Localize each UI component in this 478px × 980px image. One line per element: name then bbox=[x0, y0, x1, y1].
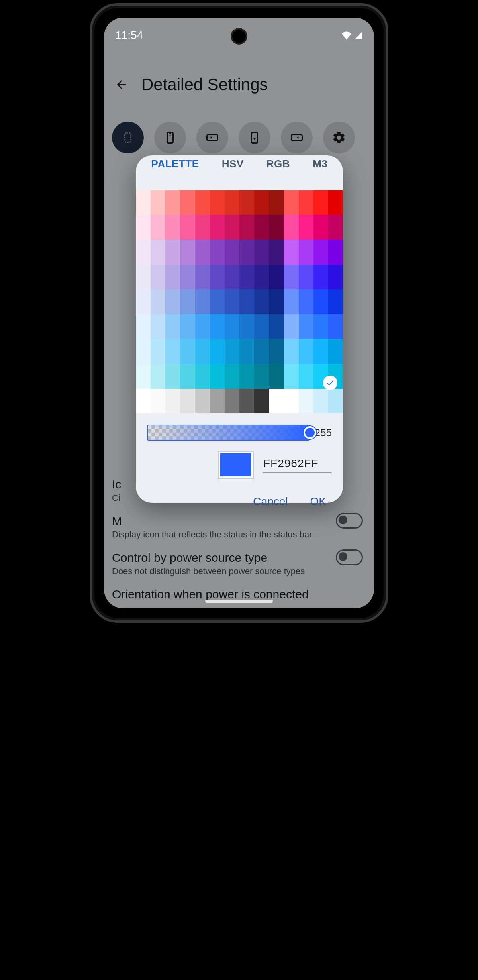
palette-cell[interactable] bbox=[225, 215, 239, 240]
palette-cell[interactable] bbox=[151, 364, 165, 389]
palette-cell[interactable] bbox=[299, 215, 313, 240]
palette-cell[interactable] bbox=[165, 389, 180, 413]
palette-cell[interactable] bbox=[313, 389, 328, 413]
tab-m3[interactable]: M3 bbox=[313, 158, 327, 170]
palette-cell[interactable] bbox=[225, 364, 239, 389]
palette-cell[interactable] bbox=[165, 314, 180, 339]
palette-cell[interactable] bbox=[254, 339, 269, 364]
palette-cell[interactable] bbox=[195, 389, 210, 413]
tab-palette[interactable]: PALETTE bbox=[151, 158, 199, 170]
palette-cell[interactable] bbox=[284, 339, 298, 364]
palette-cell[interactable] bbox=[284, 314, 298, 339]
alpha-slider-thumb[interactable] bbox=[304, 426, 316, 439]
palette-cell[interactable] bbox=[225, 265, 239, 289]
palette-cell[interactable] bbox=[239, 314, 254, 339]
palette-cell[interactable] bbox=[254, 215, 269, 240]
palette-cell[interactable] bbox=[328, 389, 343, 413]
palette-cell[interactable] bbox=[225, 190, 239, 215]
palette-cell[interactable] bbox=[210, 389, 225, 413]
palette-cell[interactable] bbox=[269, 215, 284, 240]
palette-cell[interactable] bbox=[225, 339, 239, 364]
palette-cell[interactable] bbox=[151, 289, 165, 314]
palette-cell[interactable] bbox=[151, 240, 165, 264]
palette-cell[interactable] bbox=[136, 364, 151, 389]
palette-cell[interactable] bbox=[151, 339, 165, 364]
palette-cell[interactable] bbox=[299, 364, 313, 389]
palette-cell[interactable] bbox=[195, 215, 210, 240]
palette-cell[interactable] bbox=[328, 190, 343, 215]
palette-cell[interactable] bbox=[151, 314, 165, 339]
palette-cell[interactable] bbox=[313, 215, 328, 240]
palette-cell[interactable] bbox=[136, 289, 151, 314]
palette-cell[interactable] bbox=[136, 190, 151, 215]
palette-cell[interactable] bbox=[284, 265, 298, 289]
cancel-button[interactable]: Cancel bbox=[251, 495, 290, 508]
palette-cell[interactable] bbox=[165, 190, 180, 215]
palette-cell[interactable] bbox=[136, 314, 151, 339]
palette-cell[interactable] bbox=[136, 339, 151, 364]
palette-cell[interactable] bbox=[328, 314, 343, 339]
gesture-nav-pill[interactable] bbox=[205, 600, 273, 603]
palette-cell[interactable] bbox=[299, 240, 313, 264]
palette-cell[interactable] bbox=[299, 389, 313, 413]
palette-cell[interactable] bbox=[180, 389, 195, 413]
palette-cell[interactable] bbox=[180, 364, 195, 389]
tab-hsv[interactable]: HSV bbox=[222, 158, 244, 170]
palette-cell[interactable] bbox=[225, 289, 239, 314]
palette-cell[interactable] bbox=[195, 240, 210, 264]
palette-cell[interactable] bbox=[195, 314, 210, 339]
palette-cell[interactable] bbox=[210, 289, 225, 314]
palette-cell[interactable] bbox=[254, 190, 269, 215]
palette-cell[interactable] bbox=[284, 389, 298, 413]
palette-cell[interactable] bbox=[313, 265, 328, 289]
palette-cell[interactable] bbox=[284, 215, 298, 240]
palette-cell[interactable] bbox=[165, 265, 180, 289]
palette-cell[interactable] bbox=[269, 240, 284, 264]
palette-cell[interactable] bbox=[284, 240, 298, 264]
palette-cell[interactable] bbox=[239, 265, 254, 289]
palette-cell[interactable] bbox=[284, 364, 298, 389]
palette-cell[interactable] bbox=[299, 265, 313, 289]
palette-cell[interactable] bbox=[180, 215, 195, 240]
palette-cell[interactable] bbox=[136, 265, 151, 289]
palette-cell[interactable] bbox=[195, 364, 210, 389]
palette-cell[interactable] bbox=[136, 215, 151, 240]
palette-cell[interactable] bbox=[269, 289, 284, 314]
palette-cell[interactable] bbox=[313, 190, 328, 215]
palette-cell[interactable] bbox=[299, 289, 313, 314]
palette-cell[interactable] bbox=[254, 314, 269, 339]
palette-cell[interactable] bbox=[225, 389, 239, 413]
palette-cell[interactable] bbox=[225, 240, 239, 264]
palette-cell[interactable] bbox=[239, 389, 254, 413]
palette-cell[interactable] bbox=[328, 265, 343, 289]
palette-cell[interactable] bbox=[254, 364, 269, 389]
palette-cell[interactable] bbox=[239, 289, 254, 314]
palette-cell[interactable] bbox=[210, 364, 225, 389]
palette-cell[interactable] bbox=[210, 265, 225, 289]
palette-cell[interactable] bbox=[225, 314, 239, 339]
palette-cell[interactable] bbox=[151, 389, 165, 413]
palette-cell[interactable] bbox=[210, 314, 225, 339]
palette-cell[interactable] bbox=[254, 289, 269, 314]
palette-cell[interactable] bbox=[269, 339, 284, 364]
palette-cell[interactable] bbox=[195, 339, 210, 364]
palette-cell[interactable] bbox=[269, 190, 284, 215]
palette-cell[interactable] bbox=[299, 190, 313, 215]
palette-cell[interactable] bbox=[284, 289, 298, 314]
palette-cell[interactable] bbox=[239, 364, 254, 389]
palette-cell[interactable] bbox=[151, 215, 165, 240]
palette-cell[interactable] bbox=[151, 190, 165, 215]
palette-cell[interactable] bbox=[151, 265, 165, 289]
palette-cell[interactable] bbox=[165, 289, 180, 314]
palette-cell[interactable] bbox=[136, 389, 151, 413]
palette-cell[interactable] bbox=[136, 240, 151, 264]
palette-cell[interactable] bbox=[210, 190, 225, 215]
palette-cell[interactable] bbox=[180, 339, 195, 364]
alpha-slider[interactable] bbox=[147, 425, 310, 441]
palette-cell[interactable] bbox=[195, 190, 210, 215]
ok-button[interactable]: OK bbox=[308, 495, 329, 508]
palette-cell[interactable] bbox=[269, 389, 284, 413]
hex-input[interactable] bbox=[263, 457, 332, 473]
palette-cell[interactable] bbox=[180, 190, 195, 215]
palette-cell[interactable] bbox=[180, 289, 195, 314]
